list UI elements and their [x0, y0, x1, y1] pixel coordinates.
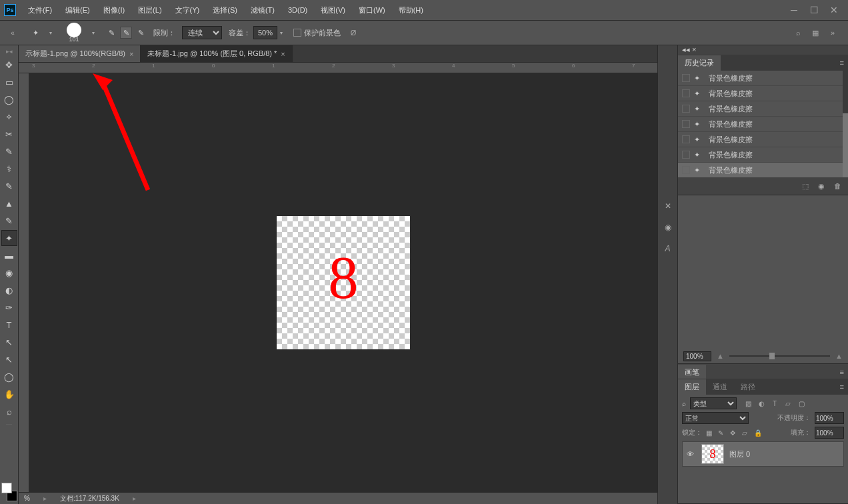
camera-icon[interactable]: ◉: [818, 182, 825, 191]
sampling-swatch-icon[interactable]: ✎: [135, 27, 147, 39]
layer-name[interactable]: 图层 0: [729, 449, 750, 459]
history-item[interactable]: ✦背景色橡皮擦: [678, 147, 848, 163]
new-snapshot-icon[interactable]: ⬚: [802, 182, 809, 191]
panels-collapse[interactable]: ◂◂ ×: [678, 45, 848, 55]
menu-item[interactable]: 视图(V): [314, 3, 352, 18]
menu-item[interactable]: 3D(D): [281, 3, 314, 17]
lock-pixels-icon[interactable]: ▦: [706, 429, 714, 437]
direct-select-tool[interactable]: ↖: [1, 351, 17, 367]
status-zoom[interactable]: %: [24, 495, 30, 502]
history-item[interactable]: ✦背景色橡皮擦: [678, 86, 848, 101]
marquee-tool[interactable]: ▭: [1, 74, 17, 90]
status-doc-size[interactable]: 文档:117.2K/156.3K: [60, 494, 119, 503]
zoom-slider[interactable]: [729, 355, 830, 357]
protect-fg-checkbox[interactable]: 保护前景色: [293, 28, 341, 38]
filter-smart-icon[interactable]: ▢: [797, 399, 806, 408]
layer-row[interactable]: 👁 8 图层 0: [682, 441, 844, 467]
close-button[interactable]: ✕: [824, 3, 844, 17]
history-item[interactable]: ✦背景色橡皮擦: [678, 101, 848, 117]
filter-pixel-icon[interactable]: ▧: [743, 399, 753, 408]
tool-indicator-icon[interactable]: ✦: [28, 25, 43, 40]
collapsed-panel-3-icon[interactable]: A: [661, 241, 675, 256]
trash-icon[interactable]: 🗑: [834, 182, 841, 190]
stamp-tool[interactable]: ▲: [1, 195, 17, 211]
search-icon[interactable]: ⌕: [792, 27, 804, 39]
pen-tool[interactable]: ✑: [1, 299, 17, 315]
history-item[interactable]: ✦背景色橡皮擦: [678, 117, 848, 132]
toolbar-handle-icon[interactable]: ▸◂: [1, 47, 17, 56]
menu-item[interactable]: 文件(F): [21, 3, 59, 18]
paths-tab[interactable]: 路径: [734, 379, 762, 395]
visibility-icon[interactable]: 👁: [687, 450, 696, 458]
zoom-in-icon[interactable]: ▲: [835, 352, 843, 360]
type-tool[interactable]: T: [1, 317, 17, 333]
minimize-button[interactable]: ─: [784, 3, 804, 17]
menu-item[interactable]: 滤镜(T): [244, 3, 281, 18]
arrange-icon[interactable]: ▦: [809, 27, 821, 39]
canvas[interactable]: 8: [277, 216, 410, 349]
menu-item[interactable]: 编辑(E): [59, 3, 97, 18]
navigator-zoom-value[interactable]: 100%: [683, 351, 711, 361]
layers-menu-icon[interactable]: ≡: [836, 383, 848, 391]
limit-select[interactable]: 连续: [182, 26, 222, 39]
collapsed-panel-1-icon[interactable]: ✕: [661, 199, 675, 213]
zoom-tool[interactable]: ⌕: [1, 403, 17, 419]
lock-brush-icon[interactable]: ✎: [718, 429, 726, 437]
crop-tool[interactable]: ✂: [1, 126, 17, 142]
layer-filter-kind[interactable]: 类型: [690, 397, 737, 409]
layers-tab[interactable]: 图层: [678, 379, 706, 395]
lock-artboard-icon[interactable]: ▱: [742, 429, 750, 437]
history-tab[interactable]: 历史记录: [678, 55, 721, 71]
eraser-tool[interactable]: ✦: [1, 230, 17, 246]
menu-item[interactable]: 文字(Y): [169, 3, 207, 18]
tolerance-dropdown-icon[interactable]: ▾: [280, 30, 287, 36]
tab-close-icon[interactable]: ×: [281, 50, 285, 58]
panels-close-icon[interactable]: ×: [692, 45, 696, 53]
tab-close-icon[interactable]: ×: [129, 50, 133, 58]
brush-preview[interactable]: 101: [63, 23, 85, 43]
healing-tool[interactable]: ⚕: [1, 161, 17, 177]
filter-shape-icon[interactable]: ▱: [783, 399, 793, 408]
lasso-tool[interactable]: ◯: [1, 91, 17, 107]
fill-input[interactable]: [815, 427, 844, 439]
history-item[interactable]: ✦背景色橡皮擦: [678, 132, 848, 147]
history-brush-tool[interactable]: ✎: [1, 213, 17, 229]
status-doc-menu-icon[interactable]: ▸: [133, 495, 136, 502]
move-tool[interactable]: ✥: [1, 57, 17, 73]
collapsed-panel-2-icon[interactable]: ◉: [661, 220, 675, 235]
toolbar-more-icon[interactable]: ⋯: [1, 420, 17, 429]
hand-tool[interactable]: ✋: [1, 386, 17, 402]
sampling-once-icon[interactable]: ✎: [120, 27, 132, 39]
fg-color-swatch[interactable]: [1, 483, 12, 493]
menu-item[interactable]: 图像(I): [97, 3, 131, 18]
eyedropper-tool[interactable]: ✎: [1, 143, 17, 159]
channels-tab[interactable]: 通道: [706, 379, 734, 395]
history-item[interactable]: ✦背景色橡皮擦: [678, 71, 848, 86]
history-menu-icon[interactable]: ≡: [836, 59, 848, 67]
wand-tool[interactable]: ✧: [1, 109, 17, 125]
blend-mode-select[interactable]: 正常: [682, 412, 749, 424]
collapse-icon[interactable]: «: [7, 27, 19, 39]
dodge-tool[interactable]: ◐: [1, 282, 17, 298]
layer-thumbnail[interactable]: 8: [701, 444, 724, 464]
history-item[interactable]: ✦背景色橡皮擦: [678, 163, 848, 177]
gradient-tool[interactable]: ▬: [1, 247, 17, 263]
tolerance-value[interactable]: 50%: [253, 26, 277, 39]
sampling-continuous-icon[interactable]: ✎: [105, 27, 117, 39]
history-scrollbar[interactable]: [843, 71, 848, 177]
filter-adjust-icon[interactable]: ◐: [757, 399, 766, 408]
expand-icon[interactable]: »: [827, 27, 839, 39]
lock-all-icon[interactable]: 🔒: [754, 429, 762, 437]
brush-dropdown-icon[interactable]: ▾: [92, 30, 99, 36]
color-swatches[interactable]: [1, 483, 17, 501]
status-zoom-menu-icon[interactable]: ▸: [43, 495, 47, 502]
document-tab[interactable]: 示标题-1.png @ 100%(RGB/8)×: [19, 45, 141, 62]
pressure-icon[interactable]: Ø: [347, 27, 359, 39]
zoom-out-icon[interactable]: ▲: [717, 352, 724, 360]
path-tool[interactable]: ↖: [1, 334, 17, 350]
menu-item[interactable]: 窗口(W): [352, 3, 392, 18]
preset-dropdown-icon[interactable]: ▾: [49, 30, 56, 36]
menu-item[interactable]: 选择(S): [206, 3, 244, 18]
opacity-input[interactable]: [815, 412, 844, 424]
filter-type-icon[interactable]: T: [770, 399, 779, 408]
